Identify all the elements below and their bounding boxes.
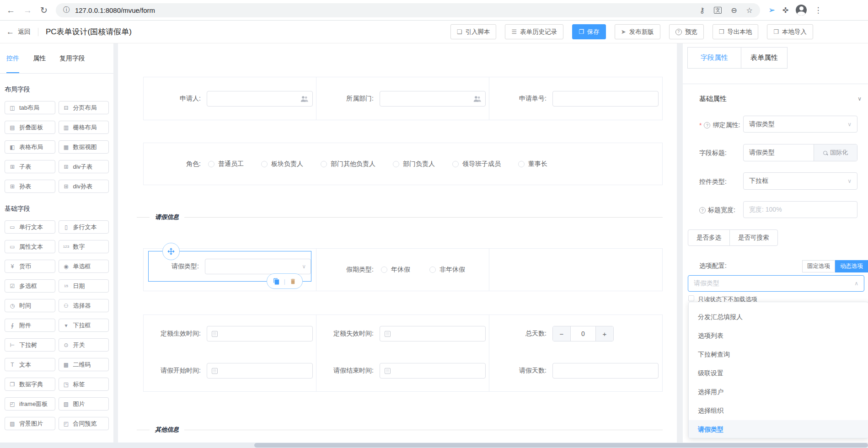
radio-option[interactable]: 董事长 bbox=[518, 160, 547, 168]
fixed-options-button[interactable]: 固定选项 bbox=[802, 260, 835, 272]
dynamic-options-button[interactable]: 动态选项 bbox=[835, 260, 868, 272]
leave-type-select[interactable]: ∨ bbox=[205, 259, 311, 274]
dropdown-option[interactable]: 请假类型 bbox=[689, 420, 868, 438]
browser-reload-icon[interactable]: ↻ bbox=[40, 6, 48, 15]
dropdown-option[interactable]: 选项列表 bbox=[689, 326, 868, 345]
stepper-minus-button[interactable]: − bbox=[553, 326, 570, 341]
i18n-button[interactable]: 国际化 bbox=[814, 144, 857, 161]
address-bar[interactable]: ⓘ 127.0.0.1:8080/mvue/form ⚷ 文 ⊖ ☆ bbox=[56, 3, 760, 17]
palette-item[interactable]: ◫tab布局 bbox=[5, 101, 55, 114]
delete-field-button[interactable] bbox=[289, 278, 296, 285]
palette-item[interactable]: 123数字 bbox=[59, 240, 109, 253]
horizontal-scrollbar[interactable] bbox=[0, 443, 868, 448]
quota-start-input[interactable] bbox=[207, 326, 313, 341]
palette-item[interactable]: ▯多行文本 bbox=[59, 220, 109, 234]
palette-item[interactable]: ¥货币 bbox=[5, 260, 55, 273]
palette-item[interactable]: ⊞子表 bbox=[5, 160, 55, 173]
palette-item[interactable]: ∮附件 bbox=[5, 319, 55, 332]
radio-option[interactable]: 部门其他负责人 bbox=[321, 160, 375, 168]
dynamic-option-select[interactable]: 请假类型 ∧ bbox=[688, 275, 864, 292]
browser-menu-icon[interactable]: ⋮ bbox=[814, 5, 822, 15]
radio-option[interactable]: 板块负责人 bbox=[261, 160, 303, 168]
palette-item[interactable]: ◷时间 bbox=[5, 299, 55, 312]
help-icon[interactable]: ? bbox=[699, 207, 706, 213]
extensions-puzzle-icon[interactable]: ✜ bbox=[782, 6, 788, 15]
palette-item[interactable]: ▧图片 bbox=[59, 397, 109, 411]
palette-item[interactable]: ⊙开关 bbox=[59, 338, 109, 352]
publish-button[interactable]: ➤发布新版 bbox=[615, 24, 660, 39]
copy-field-button[interactable] bbox=[273, 278, 280, 285]
field-title-input[interactable]: 请假类型 bbox=[744, 144, 814, 161]
selected-field-wrapper[interactable]: 请假类型: ∨ | bbox=[148, 251, 311, 282]
bookmark-star-icon[interactable]: ☆ bbox=[746, 6, 753, 15]
palette-item[interactable]: ◧表格布局 bbox=[5, 140, 55, 154]
form-history-button[interactable]: ☰表单历史记录 bbox=[505, 24, 563, 39]
multi-select-toggle[interactable]: 是否多选 bbox=[688, 229, 730, 246]
password-key-icon[interactable]: ⚷ bbox=[699, 6, 705, 15]
radio-option[interactable]: 部门负责人 bbox=[393, 160, 435, 168]
export-local-button[interactable]: ❒导出本地 bbox=[713, 24, 759, 39]
tab-form-properties[interactable]: 表单属性 bbox=[741, 47, 788, 69]
help-icon[interactable]: ? bbox=[704, 122, 710, 128]
palette-item[interactable]: ▭单行文本 bbox=[5, 220, 55, 234]
browser-back-icon[interactable]: ← bbox=[6, 6, 15, 15]
control-type-select[interactable]: 下拉框 ∨ bbox=[743, 172, 857, 190]
preview-button[interactable]: ?预览 bbox=[669, 24, 704, 39]
radio-option[interactable]: 领导班子成员 bbox=[452, 160, 501, 168]
tab-controls[interactable]: 控件 bbox=[6, 54, 19, 73]
dropdown-option[interactable]: 下拉树查询 bbox=[689, 345, 868, 364]
tab-reusable-fields[interactable]: 复用字段 bbox=[59, 54, 85, 73]
palette-item[interactable]: ▩二维码 bbox=[59, 358, 109, 371]
drag-handle[interactable] bbox=[162, 243, 180, 260]
import-local-button[interactable]: ❒本地导入 bbox=[767, 24, 813, 39]
palette-item[interactable]: ▤折叠面板 bbox=[5, 121, 55, 134]
palette-item[interactable]: ◉单选框 bbox=[59, 260, 109, 273]
palette-item[interactable]: ❐数据字典 bbox=[5, 378, 55, 391]
scrollbar-thumb[interactable] bbox=[254, 443, 868, 448]
palette-item[interactable]: ◳标签 bbox=[59, 378, 109, 391]
department-input[interactable] bbox=[380, 91, 486, 107]
applicant-input[interactable] bbox=[207, 91, 313, 107]
url-text[interactable]: 127.0.0.1:8080/mvue/form bbox=[75, 6, 155, 14]
leave-start-input[interactable] bbox=[207, 363, 313, 379]
leave-days-input[interactable] bbox=[552, 363, 659, 379]
order-number-input[interactable] bbox=[552, 91, 659, 107]
zoom-out-icon[interactable]: ⊖ bbox=[731, 6, 737, 15]
checkbox-icon[interactable] bbox=[688, 295, 694, 301]
dropdown-option[interactable]: 选择组织 bbox=[689, 401, 868, 420]
palette-item[interactable]: ▭属性文本 bbox=[5, 240, 55, 253]
palette-item[interactable]: ☑多选框 bbox=[5, 279, 55, 293]
tab-field-properties[interactable]: 字段属性 bbox=[687, 47, 741, 69]
site-info-icon[interactable]: ⓘ bbox=[63, 6, 70, 14]
extension-bird-icon[interactable]: ➢ bbox=[768, 5, 775, 15]
radio-option[interactable]: 非年休假 bbox=[429, 266, 465, 274]
palette-item[interactable]: ◰iframe面板 bbox=[5, 397, 55, 411]
save-button[interactable]: ❐保存 bbox=[572, 24, 606, 39]
palette-item[interactable]: 15日期 bbox=[59, 279, 109, 293]
radio-option[interactable]: 普通员工 bbox=[208, 160, 244, 168]
dropdown-option[interactable]: 级联设置 bbox=[689, 364, 868, 383]
searchable-toggle[interactable]: 是否可搜索 bbox=[729, 229, 778, 246]
palette-item[interactable]: ⊟分页布局 bbox=[59, 101, 109, 114]
dropdown-option[interactable]: 分发汇总填报人 bbox=[689, 308, 868, 326]
tab-properties[interactable]: 属性 bbox=[33, 54, 46, 73]
title-width-input[interactable]: 宽度: 100% bbox=[743, 201, 857, 218]
bind-attr-select[interactable]: 请假类型 ∨ bbox=[743, 116, 857, 133]
collapse-chevron-icon[interactable]: ∨ bbox=[857, 96, 862, 102]
palette-item[interactable]: T文本 bbox=[5, 358, 55, 371]
palette-item[interactable]: ⊞div孙表 bbox=[59, 180, 109, 193]
leave-end-input[interactable] bbox=[380, 363, 486, 379]
quota-end-input[interactable] bbox=[380, 326, 486, 341]
palette-item[interactable]: ⊞孙表 bbox=[5, 180, 55, 193]
palette-item[interactable]: ⚇选择器 bbox=[59, 299, 109, 312]
dropdown-option[interactable]: 选择用户 bbox=[689, 383, 868, 401]
browser-forward-icon[interactable]: → bbox=[23, 6, 32, 15]
palette-item[interactable]: ◰合同预览 bbox=[59, 417, 109, 430]
translate-icon[interactable]: 文 bbox=[714, 7, 722, 14]
back-button[interactable]: ← 返回 bbox=[6, 27, 31, 37]
palette-item[interactable]: ▦数据视图 bbox=[59, 140, 109, 154]
stepper-value[interactable]: 0 bbox=[570, 326, 596, 341]
palette-item[interactable]: ⊞div子表 bbox=[59, 160, 109, 173]
palette-item[interactable]: ▥栅格布局 bbox=[59, 121, 109, 134]
profile-avatar[interactable] bbox=[796, 5, 807, 16]
